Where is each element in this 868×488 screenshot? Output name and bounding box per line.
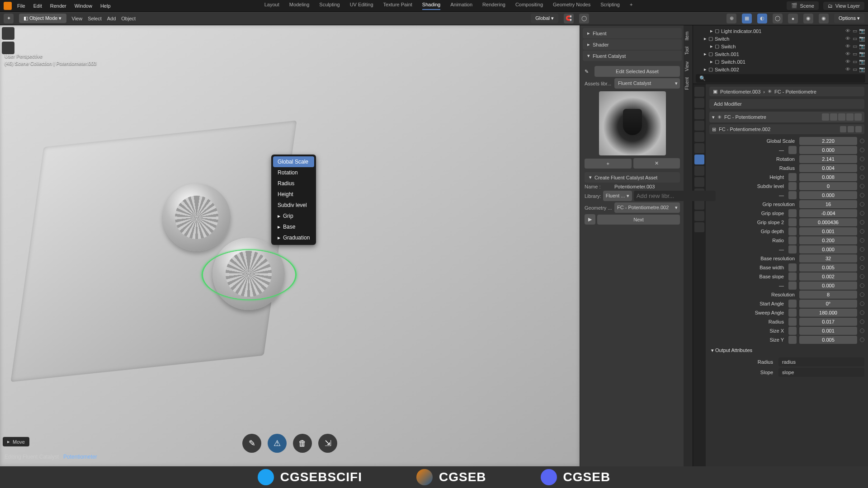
keyframe-dot-icon[interactable] [860,274,864,279]
trash-circle-button[interactable]: 🗑 [293,434,312,453]
outliner-search[interactable]: 🔍 [696,74,865,83]
header-menu-view[interactable]: View [72,16,83,21]
attribute-toggle-icon[interactable] [788,318,797,326]
eye-icon[interactable]: 👁 [844,36,851,42]
disclosure-icon[interactable]: ▸ [710,59,713,65]
property-value[interactable]: 16 [799,200,857,208]
geometry-dropdown[interactable]: FC - Potentiometre.002 ▾ [614,202,680,213]
tab-sculpting[interactable]: Sculpting [319,2,340,10]
tab-rendering[interactable]: Rendering [482,2,505,10]
proptab-modifier-icon[interactable] [694,155,704,164]
keyframe-dot-icon[interactable] [860,256,864,261]
property-value[interactable]: 32 [799,254,857,263]
options-dropdown[interactable]: Options ▾ [834,14,864,23]
asset-thumbnail[interactable] [599,91,666,155]
outliner-item-name[interactable]: Switch.001 [715,52,739,57]
property-value[interactable]: 0.005 [799,336,857,344]
proptab-output-icon[interactable] [694,98,704,108]
menu-item-radius[interactable]: Radius [273,178,314,189]
xray-icon[interactable]: ◐ [757,14,767,23]
proptab-physics-icon[interactable] [694,177,704,187]
outliner-item-name[interactable]: Switch [715,36,729,42]
tab-shading[interactable]: Shading [422,2,440,10]
keyframe-dot-icon[interactable] [860,310,864,315]
panel-fluent[interactable]: ▸Fluent [583,28,682,38]
eye-icon[interactable]: 👁 [844,66,851,72]
header-menu-object[interactable]: Object [121,16,136,21]
menu-item-graduation[interactable]: ▸Graduation [273,232,314,243]
outliner-row[interactable]: ▸ ▢ Light indicator.001👁▭📷 [696,27,865,35]
attribute-toggle-icon[interactable] [788,309,797,317]
eye-icon[interactable]: 👁 [844,51,851,57]
mod-toggle-edit-icon[interactable] [822,113,829,121]
mod-toggle-realtime-icon[interactable] [830,113,837,121]
property-value[interactable]: 0.001 [799,227,857,235]
header-menu-select[interactable]: Select [88,16,102,21]
modifier-header[interactable]: ▾ ✳ FC - Potentiometre [709,112,864,122]
attribute-toggle-icon[interactable] [788,182,797,190]
proptab-viewlayer-icon[interactable] [694,109,704,119]
panel-create-asset[interactable]: ▾Create Fluent Catalyst Asset [585,172,680,183]
keyframe-dot-icon[interactable] [860,247,864,252]
keyframe-dot-icon[interactable] [860,175,864,179]
shading-matprev-icon[interactable]: ◉ [803,14,813,23]
proptab-render-icon[interactable] [694,87,704,97]
view-layer-selector[interactable]: 🗂View Layer [823,2,864,10]
property-value[interactable]: 0.000 [799,146,857,154]
keyframe-dot-icon[interactable] [860,139,864,143]
proptab-particles-icon[interactable] [694,166,704,176]
header-menu-add[interactable]: Add [107,16,116,21]
disclosure-icon[interactable]: ▸ [710,43,713,49]
3d-viewport[interactable]: User Perspective (46) Scene Collection |… [0,25,580,466]
render-icon[interactable]: 📷 [859,28,865,34]
tab-geometry-nodes[interactable]: Geometry Nodes [553,2,590,10]
tab-texture-paint[interactable]: Texture Paint [383,2,412,10]
render-icon[interactable]: 📷 [859,51,865,57]
property-value[interactable]: 8 [799,291,857,299]
property-value[interactable]: 0.002 [799,272,857,281]
mod-toggle-render-icon[interactable] [838,113,845,121]
assets-lib-dropdown[interactable]: Fluent Catalyst ▾ [614,78,680,89]
gizmo-icon[interactable]: ⊕ [726,14,736,23]
crumb-object[interactable]: Potentiometer.003 [720,89,760,94]
menu-item-global-scale[interactable]: Global Scale [273,156,314,167]
warning-circle-button[interactable]: ⚠ [268,434,287,453]
keyframe-dot-icon[interactable] [860,211,864,216]
menu-item-rotation[interactable]: Rotation [273,167,314,178]
select-icon[interactable]: ▭ [852,59,858,65]
attribute-toggle-icon[interactable] [788,218,797,226]
keyframe-dot-icon[interactable] [860,157,864,161]
shading-solid-icon[interactable]: ● [788,14,798,23]
select-icon[interactable]: ▭ [852,51,858,57]
ntab-fluent[interactable]: Fluent [684,75,693,93]
nodegroup-copy-icon[interactable] [848,126,854,132]
proptab-scene-icon[interactable] [694,121,704,131]
menu-item-base[interactable]: ▸Base [273,221,314,232]
attribute-toggle-icon[interactable] [788,263,797,272]
orientation-selector[interactable]: Global ▾ [531,14,558,23]
edit-asset-button[interactable]: Edit Selected Asset [594,66,680,77]
edit-circle-button[interactable]: ✎ [242,434,261,453]
library-dropdown[interactable]: Fluent ... ▾ [603,191,632,201]
menu-window[interactable]: Window [75,3,92,9]
add-asset-button[interactable]: + [585,159,632,169]
attribute-toggle-icon[interactable] [788,209,797,217]
keyframe-dot-icon[interactable] [860,184,864,188]
menu-item-subdiv[interactable]: Subdiv level [273,200,314,211]
property-value[interactable]: 2.220 [799,137,857,145]
menu-edit[interactable]: Edit [33,3,42,9]
property-value[interactable]: 0.000 [799,282,857,290]
render-icon[interactable]: 📷 [859,36,865,42]
scene-selector[interactable]: 🎬Scene [787,1,819,10]
tab-uv-editing[interactable]: UV Editing [350,2,373,10]
select-icon[interactable]: ▭ [852,43,858,49]
select-icon[interactable]: ▭ [852,66,858,72]
keyframe-dot-icon[interactable] [860,148,864,152]
library-new-input[interactable] [634,191,716,201]
property-value[interactable]: 0.004 [799,164,857,172]
attribute-toggle-icon[interactable] [788,191,797,199]
proptab-texture-icon[interactable] [694,222,704,232]
attribute-toggle-icon[interactable] [788,300,797,308]
keyframe-dot-icon[interactable] [860,166,864,170]
attribute-toggle-icon[interactable] [788,327,797,335]
